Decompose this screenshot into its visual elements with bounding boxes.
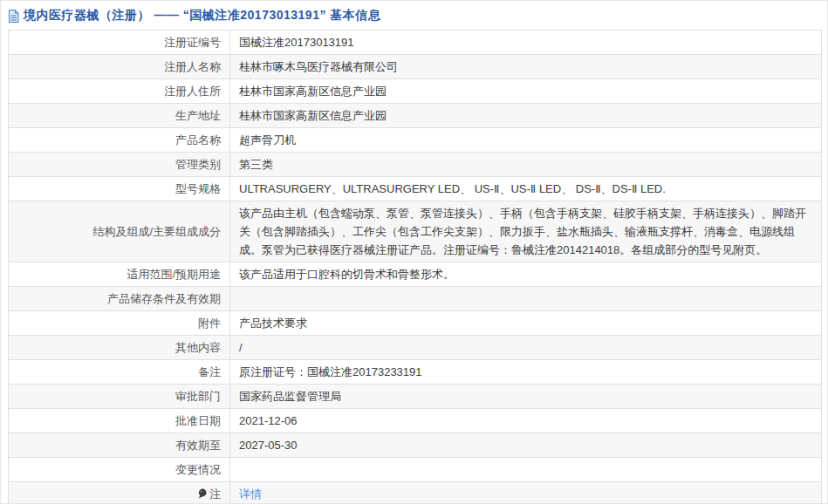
row-value: 产品技术要求 (239, 317, 307, 330)
row-label: 产品储存条件及有效期 (107, 292, 221, 305)
note-icon (197, 488, 208, 500)
row-value-cell: 2021-12-06 (230, 409, 822, 433)
row-label: 审批部门 (175, 390, 221, 403)
row-value-cell: 桂林市国家高新区信息产业园 (230, 104, 822, 128)
row-value: 国械注准20173013191 (239, 36, 354, 49)
table-row: 变更情况 (9, 458, 822, 482)
table-row: 审批部门国家药品监督管理局 (9, 385, 822, 409)
row-label: 变更情况 (175, 463, 221, 476)
row-value-cell: 国家药品监督管理局 (230, 385, 822, 409)
row-label-cell: 管理类别 (9, 153, 230, 177)
page-header: 境内医疗器械（注册） —— “国械注准20173013191” 基本信息 (1, 1, 827, 30)
registration-table: 注册证编号国械注准20173013191注册人名称桂林市啄木鸟医疗器械有限公司注… (8, 30, 822, 504)
row-value-cell: 桂林市啄木鸟医疗器械有限公司 (230, 55, 822, 79)
row-value: 第三类 (239, 158, 273, 171)
row-value: 国家药品监督管理局 (239, 390, 341, 403)
row-label: 管理类别 (175, 158, 221, 171)
table-row: 注详情 (9, 482, 822, 504)
row-value: 桂林市国家高新区信息产业园 (239, 85, 387, 98)
table-row: 注册人住所桂林市国家高新区信息产业园 (9, 79, 822, 104)
row-label: 备注 (198, 365, 221, 378)
row-label: 结构及组成/主要组成成分 (92, 225, 221, 238)
row-label-cell: 变更情况 (9, 458, 230, 482)
row-label: 其他内容 (175, 341, 221, 354)
row-value-cell: 该产品由主机（包含蠕动泵、泵管、泵管连接头）、手柄（包含手柄支架、硅胶手柄支架、… (230, 201, 822, 262)
row-value: 原注册证号：国械注准20173233191 (239, 365, 422, 378)
table-row: 结构及组成/主要组成成分该产品由主机（包含蠕动泵、泵管、泵管连接头）、手柄（包含… (9, 201, 822, 262)
row-label: 批准日期 (175, 414, 221, 427)
row-value-cell: 2027-05-30 (230, 433, 822, 458)
row-label-cell: 注册人名称 (9, 55, 230, 79)
row-label: 型号规格 (175, 182, 221, 195)
table-row: 注册证编号国械注准20173013191 (9, 31, 822, 55)
row-label-cell: 生产地址 (9, 104, 230, 128)
row-label-cell: 审批部门 (9, 385, 230, 409)
row-value: 该产品由主机（包含蠕动泵、泵管、泵管连接头）、手柄（包含手柄支架、硅胶手柄支架、… (239, 207, 806, 256)
row-value: 桂林市啄木鸟医疗器械有限公司 (239, 60, 398, 73)
row-label-cell: 备注 (9, 360, 230, 385)
row-label: 产品名称 (175, 133, 221, 146)
row-label: 注 (209, 487, 221, 501)
row-label-cell: 附件 (9, 311, 230, 336)
row-value-cell: 该产品适用于口腔科的切骨术和骨整形术。 (230, 262, 822, 287)
document-icon (8, 10, 19, 23)
row-label: 注册人住所 (164, 85, 221, 98)
row-label-cell: 产品储存条件及有效期 (9, 287, 230, 311)
table-row: 产品储存条件及有效期 (9, 287, 822, 311)
table-row: 生产地址桂林市国家高新区信息产业园 (9, 104, 822, 128)
table-row: 附件产品技术要求 (9, 311, 822, 336)
row-value-cell: 国械注准20173013191 (230, 31, 822, 55)
row-value-cell: 第三类 (230, 153, 822, 177)
row-label-cell: 注 (9, 482, 230, 504)
row-label: 生产地址 (175, 109, 221, 122)
registration-detail-page: 境内医疗器械（注册） —— “国械注准20173013191” 基本信息 注册证… (0, 0, 828, 504)
row-value-cell: 桂林市国家高新区信息产业园 (230, 79, 822, 104)
row-label-cell: 型号规格 (9, 177, 230, 201)
details-link[interactable]: 详情 (239, 487, 262, 501)
page-title: 境内医疗器械（注册） —— “国械注准20173013191” 基本信息 (24, 8, 380, 24)
row-label: 有效期至 (175, 439, 221, 452)
row-label-cell: 结构及组成/主要组成成分 (9, 201, 230, 262)
row-label: 注册人名称 (164, 60, 221, 73)
row-label: 注册证编号 (164, 36, 221, 49)
row-value: 该产品适用于口腔科的切骨术和骨整形术。 (239, 268, 455, 281)
row-value-cell (230, 458, 822, 482)
row-value: 桂林市国家高新区信息产业园 (239, 109, 387, 122)
row-value: 2021-12-06 (239, 414, 298, 427)
row-value: / (239, 341, 243, 354)
table-row: 适用范围/预期用途该产品适用于口腔科的切骨术和骨整形术。 (9, 262, 822, 287)
row-value-cell: 原注册证号：国械注准20173233191 (230, 360, 822, 385)
row-value: 2027-05-30 (239, 439, 298, 452)
row-label-cell: 批准日期 (9, 409, 230, 433)
table-row: 备注原注册证号：国械注准20173233191 (9, 360, 822, 385)
table-row: 型号规格ULTRASURGERY、ULTRASURGERY LED、 US-Ⅱ、… (9, 177, 822, 201)
table-row: 其他内容/ (9, 336, 822, 360)
row-value-cell: 超声骨刀机 (230, 128, 822, 153)
table-row: 批准日期2021-12-06 (9, 409, 822, 433)
row-value-cell: 产品技术要求 (230, 311, 822, 336)
row-value: 超声骨刀机 (239, 133, 296, 146)
row-value-cell: ULTRASURGERY、ULTRASURGERY LED、 US-Ⅱ、US-Ⅱ… (230, 177, 822, 201)
row-value-cell (230, 287, 822, 311)
row-label: 附件 (198, 317, 221, 330)
table-row: 注册人名称桂林市啄木鸟医疗器械有限公司 (9, 55, 822, 79)
row-label: 适用范围/预期用途 (127, 268, 221, 281)
row-value: ULTRASURGERY、ULTRASURGERY LED、 US-Ⅱ、US-Ⅱ… (239, 182, 666, 195)
row-label-cell: 注册人住所 (9, 79, 230, 104)
row-value-cell: / (230, 336, 822, 360)
table-row: 有效期至2027-05-30 (9, 433, 822, 458)
table-row: 产品名称超声骨刀机 (9, 128, 822, 153)
row-label-cell: 其他内容 (9, 336, 230, 360)
row-value-cell: 详情 (230, 482, 822, 504)
row-label-cell: 产品名称 (9, 128, 230, 153)
row-label-cell: 适用范围/预期用途 (9, 262, 230, 287)
row-label-cell: 有效期至 (9, 433, 230, 458)
row-label-cell: 注册证编号 (9, 31, 230, 55)
table-row: 管理类别第三类 (9, 153, 822, 177)
